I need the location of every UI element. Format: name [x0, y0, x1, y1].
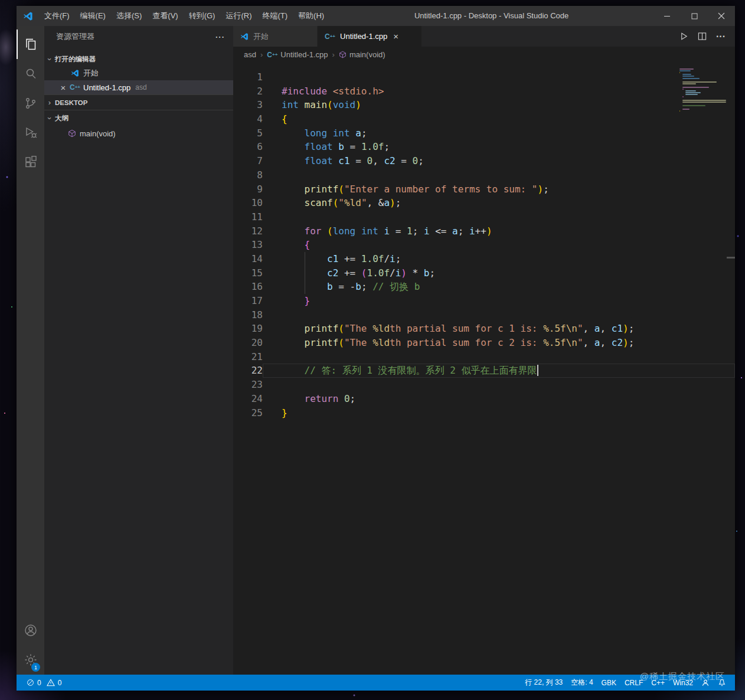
indent-guide — [305, 266, 305, 280]
section-open-editors[interactable]: › 打开的编辑器 — [44, 52, 233, 66]
code-line-19[interactable]: 19 printf("The %ldth partial sum for c 1… — [233, 322, 735, 336]
encoding-indicator[interactable]: GBK — [597, 679, 620, 687]
menu-item[interactable]: 文件(F) — [39, 6, 75, 26]
line-content — [263, 168, 735, 182]
close-tab-icon[interactable]: × — [393, 31, 398, 41]
line-content — [263, 308, 735, 322]
code-line-5[interactable]: 5 long int a; — [233, 126, 735, 140]
chevron-right-icon: › — [332, 50, 335, 59]
code-line-11[interactable]: 11 — [233, 210, 735, 224]
sidebar-explorer: 资源管理器 ··· › 打开的编辑器 开始 — [44, 26, 233, 675]
code-line-24[interactable]: 24 return 0; — [233, 392, 735, 406]
open-editor-item-untitled[interactable]: × C++ Untitled-1.cpp asd — [44, 80, 233, 94]
line-content: // 答: 系列 1 没有限制。系列 2 似乎在上面有界限 — [263, 364, 735, 378]
section-folder-desktop[interactable]: › DESKTOP — [44, 94, 233, 110]
activity-bar: 1 — [17, 26, 44, 675]
maximize-button[interactable] — [681, 6, 708, 26]
cursor-position-indicator[interactable]: 行 22, 列 33 — [521, 678, 567, 688]
editor-actions: ··· — [679, 26, 735, 47]
code-line-7[interactable]: 7 float c1 = 0, c2 = 0; — [233, 154, 735, 168]
line-content — [263, 210, 735, 224]
line-content — [263, 70, 735, 84]
menu-item[interactable]: 帮助(H) — [293, 6, 329, 26]
status-bar: 0 0 行 22, 列 33 空格: 4 GBK CRLF C++ Win32 — [17, 675, 735, 691]
code-line-22[interactable]: 22 // 答: 系列 1 没有限制。系列 2 似乎在上面有界限 — [233, 364, 735, 378]
line-number: 10 — [233, 196, 263, 210]
line-number: 16 — [233, 280, 263, 294]
line-number: 6 — [233, 140, 263, 154]
source-control-icon[interactable] — [17, 89, 44, 118]
scrollbar-marker[interactable] — [727, 257, 735, 259]
section-outline[interactable]: › 大纲 — [44, 110, 233, 126]
more-actions-icon[interactable]: ··· — [215, 32, 225, 41]
editor-group: 开始 C++ Untitled-1.cpp × ··· asd — [233, 26, 735, 675]
code-line-18[interactable]: 18 — [233, 308, 735, 322]
breadcrumb: asd › C++ Untitled-1.cpp › main(void) — [233, 47, 735, 62]
line-number: 13 — [233, 238, 263, 252]
menu-item[interactable]: 终端(T) — [257, 6, 293, 26]
menu-item[interactable]: 编辑(E) — [75, 6, 111, 26]
code-line-8[interactable]: 8 — [233, 168, 735, 182]
code-line-23[interactable]: 23 — [233, 378, 735, 392]
code-line-15[interactable]: 15 c2 += (1.0f/i) * b; — [233, 266, 735, 280]
line-content — [263, 378, 735, 392]
code-line-16[interactable]: 16 b = -b; // 切换 b — [233, 280, 735, 294]
run-icon[interactable] — [679, 32, 688, 41]
code-line-25[interactable]: 25} — [233, 406, 735, 420]
code-line-9[interactable]: 9 printf("Enter a number of terms to sum… — [233, 182, 735, 197]
line-number: 7 — [233, 154, 263, 168]
error-icon — [27, 679, 34, 686]
run-debug-icon[interactable] — [17, 118, 44, 148]
line-content: { — [263, 238, 735, 252]
line-content: b = -b; // 切换 b — [263, 280, 735, 294]
more-actions-icon[interactable]: ··· — [716, 31, 726, 42]
breadcrumb-file[interactable]: C++ Untitled-1.cpp — [267, 50, 328, 59]
code-line-21[interactable]: 21 — [233, 350, 735, 364]
vscode-logo-icon — [17, 6, 39, 26]
line-number: 14 — [233, 252, 263, 266]
code-line-6[interactable]: 6 float b = 1.0f; — [233, 140, 735, 154]
minimap[interactable] — [679, 67, 727, 112]
line-content: #include <stdio.h> — [263, 84, 735, 99]
indent-indicator[interactable]: 空格: 4 — [567, 678, 597, 688]
account-icon[interactable] — [17, 616, 44, 645]
explorer-icon[interactable] — [17, 30, 44, 59]
menu-item[interactable]: 转到(G) — [184, 6, 221, 26]
line-content: return 0; — [263, 392, 735, 406]
close-button[interactable] — [708, 6, 735, 26]
code-line-20[interactable]: 20 printf("The %ldth partial sum for c 2… — [233, 336, 735, 350]
code-line-2[interactable]: 2#include <stdio.h> — [233, 84, 735, 99]
search-icon[interactable] — [17, 59, 44, 89]
line-number: 18 — [233, 308, 263, 322]
minimize-button[interactable] — [653, 6, 681, 26]
code-line-17[interactable]: 17 } — [233, 294, 735, 308]
open-editor-item-start[interactable]: 开始 — [44, 66, 233, 80]
indent-guide — [305, 280, 305, 294]
tab-untitled-cpp[interactable]: C++ Untitled-1.cpp × — [318, 26, 421, 47]
code-line-10[interactable]: 10 scanf("%ld", &a); — [233, 196, 735, 210]
code-line-4[interactable]: 4{ — [233, 112, 735, 126]
split-editor-icon[interactable] — [698, 32, 707, 41]
menu-item[interactable]: 选择(S) — [111, 6, 147, 26]
code-line-1[interactable]: 1 — [233, 70, 735, 84]
code-line-12[interactable]: 12 for (long int i = 1; i <= a; i++) — [233, 224, 735, 238]
symbol-method-icon — [339, 51, 347, 58]
outline-item-main[interactable]: main(void) — [44, 126, 233, 140]
close-editor-icon[interactable]: × — [57, 83, 69, 93]
problems-indicator[interactable]: 0 0 — [22, 675, 66, 691]
tab-start[interactable]: 开始 — [233, 26, 318, 47]
cpp-file-icon: C++ — [69, 84, 81, 91]
settings-gear-icon[interactable]: 1 — [17, 645, 44, 675]
code-line-14[interactable]: 14 c1 += 1.0f/i; — [233, 252, 735, 266]
chevron-right-icon: › — [260, 50, 263, 59]
code-line-3[interactable]: 3int main(void) — [233, 98, 735, 112]
line-content: for (long int i = 1; i <= a; i++) — [263, 224, 735, 238]
line-number: 3 — [233, 98, 263, 112]
menu-item[interactable]: 运行(R) — [220, 6, 257, 26]
menu-item[interactable]: 查看(V) — [147, 6, 183, 26]
extensions-icon[interactable] — [17, 148, 44, 177]
code-line-13[interactable]: 13 { — [233, 238, 735, 252]
breadcrumb-folder[interactable]: asd — [244, 50, 256, 59]
code-editor[interactable]: 12#include <stdio.h>3int main(void)4{5 l… — [233, 62, 735, 675]
breadcrumb-symbol[interactable]: main(void) — [339, 50, 385, 59]
